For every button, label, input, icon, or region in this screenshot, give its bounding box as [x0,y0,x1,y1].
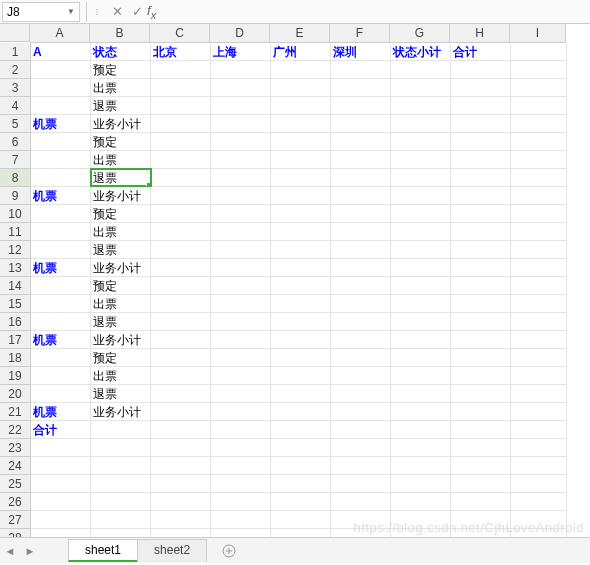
cell[interactable] [91,457,151,474]
cell[interactable] [211,61,271,78]
cell[interactable] [511,241,567,258]
cell[interactable] [391,493,451,510]
cell[interactable] [271,115,331,132]
cell[interactable] [451,97,511,114]
cell[interactable] [511,187,567,204]
cell[interactable] [331,313,391,330]
row-header[interactable]: 14 [0,277,30,295]
select-all-corner[interactable] [0,24,30,42]
cell[interactable] [511,295,567,312]
cell[interactable] [391,331,451,348]
cell[interactable] [511,43,567,60]
cell[interactable] [31,97,91,114]
cell[interactable] [211,349,271,366]
cell[interactable] [391,457,451,474]
cell[interactable] [211,385,271,402]
cell[interactable] [331,385,391,402]
name-box[interactable]: J8 ▼ [2,2,80,22]
cell[interactable] [271,367,331,384]
cell[interactable] [31,133,91,150]
cell[interactable] [451,493,511,510]
cell[interactable] [391,367,451,384]
cell[interactable] [151,151,211,168]
cell[interactable] [511,259,567,276]
cell[interactable] [31,79,91,96]
cell[interactable] [451,313,511,330]
cell[interactable] [271,331,331,348]
cell[interactable] [391,349,451,366]
cell[interactable] [391,511,451,528]
cell[interactable] [151,367,211,384]
cell[interactable] [331,151,391,168]
cell[interactable] [271,457,331,474]
cell[interactable] [211,223,271,240]
cell[interactable] [151,169,211,186]
cell[interactable] [331,403,391,420]
cell[interactable]: 退票 [91,313,151,330]
cell[interactable] [511,439,567,456]
cell[interactable] [271,259,331,276]
cell[interactable] [391,241,451,258]
cell[interactable] [451,385,511,402]
cell[interactable] [211,457,271,474]
cell[interactable] [331,367,391,384]
cell[interactable] [451,259,511,276]
cell[interactable] [331,277,391,294]
cell[interactable] [331,295,391,312]
row-header[interactable]: 11 [0,223,30,241]
cell[interactable] [271,295,331,312]
cell[interactable] [391,295,451,312]
cell[interactable] [271,349,331,366]
cell[interactable] [151,421,211,438]
cell[interactable] [331,457,391,474]
cell[interactable] [451,151,511,168]
cell[interactable] [271,511,331,528]
cell[interactable] [211,205,271,222]
row-header[interactable]: 17 [0,331,30,349]
cell[interactable]: 退票 [91,241,151,258]
cell[interactable] [451,403,511,420]
cell[interactable]: 机票 [31,187,91,204]
cell[interactable] [331,511,391,528]
cell[interactable] [211,241,271,258]
row-header[interactable]: 12 [0,241,30,259]
row-header[interactable]: 24 [0,457,30,475]
cell[interactable] [271,205,331,222]
cell[interactable] [451,367,511,384]
cell[interactable] [271,385,331,402]
cell[interactable] [31,493,91,510]
sheet-tab[interactable]: sheet1 [68,539,138,562]
cell[interactable] [331,421,391,438]
cell[interactable] [211,169,271,186]
cell[interactable]: 业务小计 [91,115,151,132]
cell[interactable] [511,169,567,186]
cell[interactable] [451,511,511,528]
fx-icon[interactable]: fx [147,3,156,21]
cell[interactable] [451,133,511,150]
cancel-icon[interactable]: ✕ [107,4,127,19]
row-header[interactable]: 9 [0,187,30,205]
row-header[interactable]: 3 [0,79,30,97]
cell[interactable] [391,259,451,276]
cell[interactable]: 状态小计 [391,43,451,60]
cell[interactable]: 广州 [271,43,331,60]
row-header[interactable]: 13 [0,259,30,277]
cell[interactable]: 出票 [91,79,151,96]
cell[interactable] [391,403,451,420]
cell[interactable]: 出票 [91,367,151,384]
cell[interactable] [151,259,211,276]
cell[interactable]: 退票 [91,385,151,402]
cell[interactable] [31,241,91,258]
cell[interactable] [151,331,211,348]
cell[interactable] [31,439,91,456]
cell[interactable] [331,97,391,114]
row-header[interactable]: 26 [0,493,30,511]
cell[interactable] [31,205,91,222]
cell[interactable] [151,475,211,492]
cell[interactable]: 预定 [91,133,151,150]
cell[interactable]: 业务小计 [91,331,151,348]
col-header-G[interactable]: G [390,24,450,42]
cell[interactable] [151,313,211,330]
cell[interactable]: 预定 [91,277,151,294]
cell[interactable] [211,367,271,384]
